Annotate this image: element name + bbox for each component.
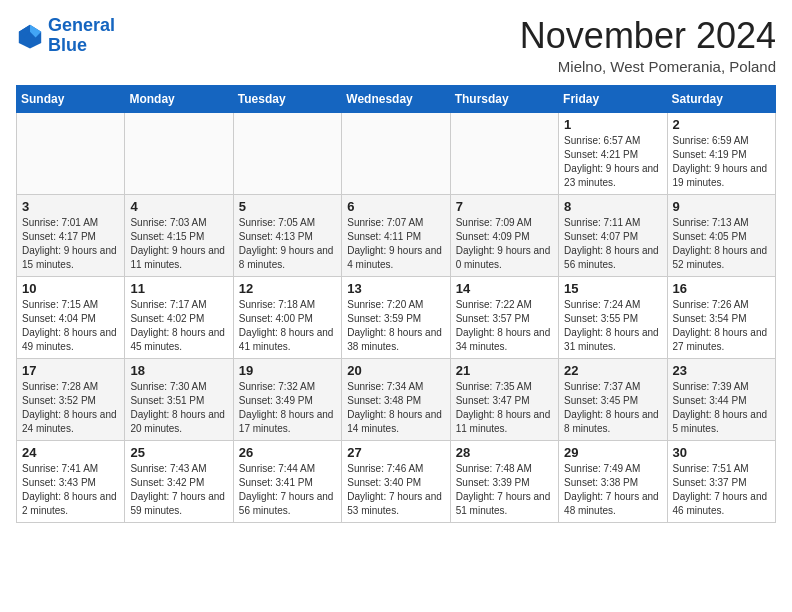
day-info: Sunrise: 7:46 AMSunset: 3:40 PMDaylight:… [347, 462, 444, 518]
col-header-thursday: Thursday [450, 85, 558, 112]
day-number: 21 [456, 363, 553, 378]
calendar-cell: 5Sunrise: 7:05 AMSunset: 4:13 PMDaylight… [233, 194, 341, 276]
day-info: Sunrise: 7:37 AMSunset: 3:45 PMDaylight:… [564, 380, 661, 436]
day-info: Sunrise: 7:43 AMSunset: 3:42 PMDaylight:… [130, 462, 227, 518]
day-number: 29 [564, 445, 661, 460]
calendar-cell: 6Sunrise: 7:07 AMSunset: 4:11 PMDaylight… [342, 194, 450, 276]
calendar-cell [17, 112, 125, 194]
title-section: November 2024 Mielno, West Pomerania, Po… [520, 16, 776, 75]
calendar-cell: 28Sunrise: 7:48 AMSunset: 3:39 PMDayligh… [450, 440, 558, 522]
day-info: Sunrise: 7:34 AMSunset: 3:48 PMDaylight:… [347, 380, 444, 436]
col-header-wednesday: Wednesday [342, 85, 450, 112]
calendar-cell: 1Sunrise: 6:57 AMSunset: 4:21 PMDaylight… [559, 112, 667, 194]
calendar-cell [125, 112, 233, 194]
day-number: 2 [673, 117, 770, 132]
day-info: Sunrise: 6:57 AMSunset: 4:21 PMDaylight:… [564, 134, 661, 190]
day-number: 11 [130, 281, 227, 296]
day-number: 26 [239, 445, 336, 460]
day-info: Sunrise: 7:30 AMSunset: 3:51 PMDaylight:… [130, 380, 227, 436]
calendar-cell: 15Sunrise: 7:24 AMSunset: 3:55 PMDayligh… [559, 276, 667, 358]
day-number: 30 [673, 445, 770, 460]
day-info: Sunrise: 7:44 AMSunset: 3:41 PMDaylight:… [239, 462, 336, 518]
day-info: Sunrise: 7:15 AMSunset: 4:04 PMDaylight:… [22, 298, 119, 354]
calendar-cell: 20Sunrise: 7:34 AMSunset: 3:48 PMDayligh… [342, 358, 450, 440]
day-info: Sunrise: 7:49 AMSunset: 3:38 PMDaylight:… [564, 462, 661, 518]
day-number: 12 [239, 281, 336, 296]
month-title: November 2024 [520, 16, 776, 56]
day-info: Sunrise: 7:35 AMSunset: 3:47 PMDaylight:… [456, 380, 553, 436]
day-number: 5 [239, 199, 336, 214]
day-number: 3 [22, 199, 119, 214]
location-subtitle: Mielno, West Pomerania, Poland [520, 58, 776, 75]
calendar-week-row: 3Sunrise: 7:01 AMSunset: 4:17 PMDaylight… [17, 194, 776, 276]
day-info: Sunrise: 7:48 AMSunset: 3:39 PMDaylight:… [456, 462, 553, 518]
day-number: 8 [564, 199, 661, 214]
calendar-cell: 10Sunrise: 7:15 AMSunset: 4:04 PMDayligh… [17, 276, 125, 358]
calendar-cell: 3Sunrise: 7:01 AMSunset: 4:17 PMDaylight… [17, 194, 125, 276]
logo-icon [16, 22, 44, 50]
calendar-week-row: 24Sunrise: 7:41 AMSunset: 3:43 PMDayligh… [17, 440, 776, 522]
day-number: 7 [456, 199, 553, 214]
calendar-cell: 19Sunrise: 7:32 AMSunset: 3:49 PMDayligh… [233, 358, 341, 440]
calendar-week-row: 1Sunrise: 6:57 AMSunset: 4:21 PMDaylight… [17, 112, 776, 194]
calendar-cell: 30Sunrise: 7:51 AMSunset: 3:37 PMDayligh… [667, 440, 775, 522]
calendar-table: SundayMondayTuesdayWednesdayThursdayFrid… [16, 85, 776, 523]
calendar-cell [450, 112, 558, 194]
day-number: 18 [130, 363, 227, 378]
day-info: Sunrise: 7:22 AMSunset: 3:57 PMDaylight:… [456, 298, 553, 354]
calendar-cell: 21Sunrise: 7:35 AMSunset: 3:47 PMDayligh… [450, 358, 558, 440]
col-header-monday: Monday [125, 85, 233, 112]
day-number: 10 [22, 281, 119, 296]
calendar-week-row: 17Sunrise: 7:28 AMSunset: 3:52 PMDayligh… [17, 358, 776, 440]
calendar-cell: 9Sunrise: 7:13 AMSunset: 4:05 PMDaylight… [667, 194, 775, 276]
day-info: Sunrise: 6:59 AMSunset: 4:19 PMDaylight:… [673, 134, 770, 190]
calendar-cell: 26Sunrise: 7:44 AMSunset: 3:41 PMDayligh… [233, 440, 341, 522]
logo-text: General Blue [48, 16, 115, 56]
day-info: Sunrise: 7:13 AMSunset: 4:05 PMDaylight:… [673, 216, 770, 272]
calendar-cell: 7Sunrise: 7:09 AMSunset: 4:09 PMDaylight… [450, 194, 558, 276]
day-info: Sunrise: 7:41 AMSunset: 3:43 PMDaylight:… [22, 462, 119, 518]
calendar-cell: 13Sunrise: 7:20 AMSunset: 3:59 PMDayligh… [342, 276, 450, 358]
day-number: 24 [22, 445, 119, 460]
day-number: 1 [564, 117, 661, 132]
day-number: 9 [673, 199, 770, 214]
calendar-cell [342, 112, 450, 194]
day-info: Sunrise: 7:01 AMSunset: 4:17 PMDaylight:… [22, 216, 119, 272]
day-info: Sunrise: 7:17 AMSunset: 4:02 PMDaylight:… [130, 298, 227, 354]
col-header-tuesday: Tuesday [233, 85, 341, 112]
day-info: Sunrise: 7:05 AMSunset: 4:13 PMDaylight:… [239, 216, 336, 272]
calendar-cell: 22Sunrise: 7:37 AMSunset: 3:45 PMDayligh… [559, 358, 667, 440]
day-info: Sunrise: 7:32 AMSunset: 3:49 PMDaylight:… [239, 380, 336, 436]
day-info: Sunrise: 7:07 AMSunset: 4:11 PMDaylight:… [347, 216, 444, 272]
col-header-saturday: Saturday [667, 85, 775, 112]
col-header-sunday: Sunday [17, 85, 125, 112]
day-number: 4 [130, 199, 227, 214]
day-info: Sunrise: 7:28 AMSunset: 3:52 PMDaylight:… [22, 380, 119, 436]
day-info: Sunrise: 7:18 AMSunset: 4:00 PMDaylight:… [239, 298, 336, 354]
calendar-cell: 17Sunrise: 7:28 AMSunset: 3:52 PMDayligh… [17, 358, 125, 440]
day-number: 28 [456, 445, 553, 460]
calendar-cell: 16Sunrise: 7:26 AMSunset: 3:54 PMDayligh… [667, 276, 775, 358]
day-info: Sunrise: 7:26 AMSunset: 3:54 PMDaylight:… [673, 298, 770, 354]
day-info: Sunrise: 7:03 AMSunset: 4:15 PMDaylight:… [130, 216, 227, 272]
day-number: 17 [22, 363, 119, 378]
day-number: 15 [564, 281, 661, 296]
day-info: Sunrise: 7:51 AMSunset: 3:37 PMDaylight:… [673, 462, 770, 518]
day-number: 16 [673, 281, 770, 296]
day-info: Sunrise: 7:11 AMSunset: 4:07 PMDaylight:… [564, 216, 661, 272]
day-number: 13 [347, 281, 444, 296]
logo: General Blue [16, 16, 115, 56]
day-number: 19 [239, 363, 336, 378]
day-number: 25 [130, 445, 227, 460]
day-number: 6 [347, 199, 444, 214]
calendar-cell: 14Sunrise: 7:22 AMSunset: 3:57 PMDayligh… [450, 276, 558, 358]
day-number: 22 [564, 363, 661, 378]
day-number: 14 [456, 281, 553, 296]
calendar-cell: 18Sunrise: 7:30 AMSunset: 3:51 PMDayligh… [125, 358, 233, 440]
day-number: 23 [673, 363, 770, 378]
calendar-cell: 2Sunrise: 6:59 AMSunset: 4:19 PMDaylight… [667, 112, 775, 194]
calendar-cell: 8Sunrise: 7:11 AMSunset: 4:07 PMDaylight… [559, 194, 667, 276]
day-info: Sunrise: 7:20 AMSunset: 3:59 PMDaylight:… [347, 298, 444, 354]
day-info: Sunrise: 7:24 AMSunset: 3:55 PMDaylight:… [564, 298, 661, 354]
calendar-cell: 29Sunrise: 7:49 AMSunset: 3:38 PMDayligh… [559, 440, 667, 522]
